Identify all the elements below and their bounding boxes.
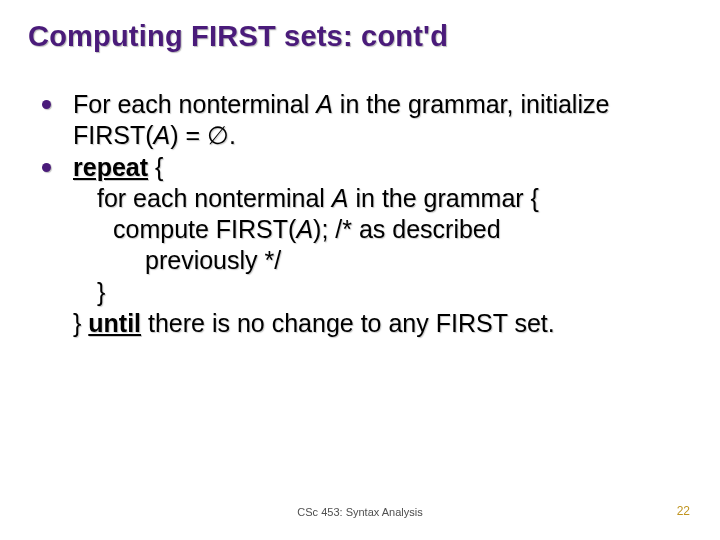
b2-brace-close-inner: } [73,277,686,308]
slide-title: Computing FIRST sets: cont'd [28,20,692,53]
kw-until: until [88,309,141,337]
page-number: 22 [677,504,690,518]
b2-for-A: A [332,184,349,212]
slide-body: For each nonterminal A in the grammar, i… [28,89,692,339]
b2-prev-line: previously */ [73,245,686,276]
bullet-item-1: For each nonterminal A in the grammar, i… [42,89,686,152]
b2-brace-open: { [148,153,163,181]
b1-a1: A [316,90,333,118]
b2-compute-line: compute FIRST(A); /* as described [73,214,686,245]
b2-compute-p1: compute FIRST( [113,215,296,243]
bullet-icon [42,163,51,172]
b1-p1: For each nonterminal [73,90,316,118]
bullet-2-text: repeat { for each nonterminal A in the g… [73,152,686,340]
b2-compute-A: A [296,215,313,243]
b2-tail: there is no change to any FIRST set. [141,309,555,337]
bullet-1-text: For each nonterminal A in the grammar, i… [73,89,686,152]
bullet-icon [42,100,51,109]
b2-brace-close-outer: } [73,309,88,337]
kw-repeat: repeat [73,153,148,181]
b2-compute-p2: ); /* as described [313,215,501,243]
footer-center: CSc 453: Syntax Analysis [0,506,720,518]
b2-for-p2: in the grammar { [349,184,539,212]
b1-p3: ) = ∅. [170,121,236,149]
b2-for-line: for each nonterminal A in the grammar { [73,183,686,214]
b1-a2: A [154,121,171,149]
bullet-item-2: repeat { for each nonterminal A in the g… [42,152,686,340]
b2-for-p1: for each nonterminal [97,184,332,212]
